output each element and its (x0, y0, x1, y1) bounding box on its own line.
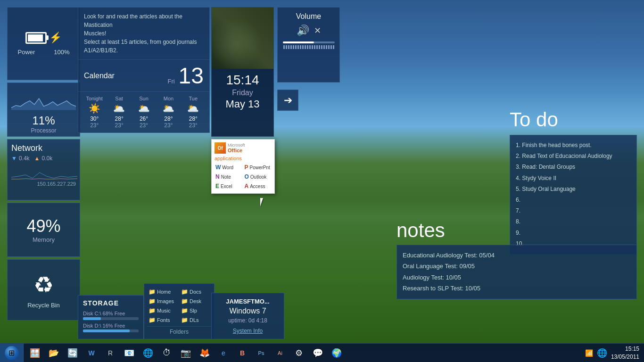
folder-fonts-icon: 📁 (149, 317, 156, 323)
taskbar-icon-refresh[interactable]: 🔄 (64, 344, 82, 362)
word-label: Word (222, 165, 233, 170)
taskbar-icon-chat[interactable]: 💬 (309, 344, 327, 362)
disk-c-fill (83, 317, 101, 320)
taskbar-icon-r[interactable]: R (101, 344, 119, 362)
storage-disk-c: Disk C:\ 68% Free (83, 311, 139, 320)
notes-item-3: Audiology Test: 10/05 (403, 272, 631, 283)
weather-sun: Sun 🌥️ 26°23° (133, 96, 154, 129)
access-icon: A (245, 183, 249, 189)
sysinfo-uptime: uptime: 0d 4:18 (216, 317, 279, 324)
access-label: Access (250, 184, 265, 189)
weather-tonight: Tonight ☀️ 30°23° (84, 96, 105, 129)
processor-graph-svg (11, 87, 76, 110)
todo-item-1: 1. Finish the head bones post. (516, 140, 631, 151)
disk-c-label: Disk C:\ 68% Free (83, 311, 139, 316)
folder-images[interactable]: 📁 Images (147, 297, 179, 305)
folder-desk[interactable]: 📁 Desk (180, 297, 211, 305)
volume-bar-fill (283, 41, 314, 43)
battery-fill (28, 34, 43, 41)
volume-bar (283, 41, 335, 43)
network-tray-icon[interactable]: 📶 (585, 349, 593, 357)
volume-ticks (283, 45, 334, 49)
calendar-month: Calendar (84, 72, 115, 80)
taskbar-icon-photoshop[interactable]: Ps (252, 344, 270, 362)
clock-photo (212, 8, 273, 69)
notes-item-2: Oral Language Test: 09/05 (403, 261, 631, 272)
folders-grid: 📁 Home 📁 Docs 📁 Images 📁 Desk 📁 Music 📁 … (147, 288, 211, 324)
taskbar-date: 13/05/2011 (611, 353, 639, 361)
disk-d-fill (83, 329, 130, 332)
taskbar-icon-illustrator[interactable]: Ai (271, 344, 289, 362)
folder-music-label: Music (157, 308, 171, 313)
office-access[interactable]: A Access (244, 182, 272, 190)
office-outlook[interactable]: O Outlook (244, 173, 272, 181)
office-powerpoint[interactable]: P PowerPnt (244, 163, 272, 172)
taskbar-icon-folder[interactable]: 📂 (45, 344, 63, 362)
folder-docs[interactable]: 📁 Docs (180, 288, 211, 296)
arrow-button[interactable]: ➔ (277, 90, 298, 111)
network-stats: ▼ 0.4k ▲ 0.0k (11, 155, 76, 162)
todo-item-3: 3. Read: Dental Groups (516, 162, 631, 173)
todo-item-5: 5. Study Oral Language (516, 184, 631, 195)
taskbar-icon-explorer[interactable]: 🪟 (26, 344, 44, 362)
todo-item-7: 7. (516, 206, 631, 216)
folder-desk-icon: 📁 (181, 298, 188, 304)
folder-home-icon: 📁 (149, 288, 156, 295)
excel-label: Excel (221, 184, 232, 189)
svg-marker-0 (11, 99, 76, 110)
start-button[interactable]: ⊞ (0, 344, 24, 362)
recycle-bin-widget[interactable]: ♻ Recycle Bin (7, 259, 80, 321)
folders-label: Folders (147, 326, 211, 335)
sysinfo-os: Windows 7 (216, 307, 279, 315)
calendar-widget: Look for and read the articles about the… (78, 7, 210, 133)
taskbar-icon-mail[interactable]: 📧 (120, 344, 138, 362)
notes-title: notes (396, 219, 637, 242)
folder-docs-label: Docs (190, 289, 201, 295)
taskbar-icon-clock[interactable]: ⏱ (158, 344, 176, 362)
taskbar-icon-globe1[interactable]: 🌐 (139, 344, 157, 362)
storage-title: STORAGE (83, 299, 139, 307)
processor-graph (11, 87, 76, 112)
office-note[interactable]: N Note (215, 173, 243, 181)
outlook-icon: O (245, 173, 249, 180)
todo-title: To do (510, 108, 637, 131)
disk-d-label: Disk D:\ 16% Free (83, 323, 139, 329)
system-info-button[interactable]: System Info (216, 328, 279, 334)
taskbar-icon-globe2[interactable]: 🌍 (328, 344, 346, 362)
folder-music[interactable]: 📁 Music (147, 306, 179, 315)
arrow-up-icon: ▲ (34, 155, 40, 162)
office-title: Office (228, 148, 245, 153)
taskbar-icon-firefox[interactable]: 🦊 (196, 344, 214, 362)
calendar-note: Look for and read the articles about the… (78, 8, 209, 60)
processor-label: Processor (11, 127, 76, 134)
folder-fonts[interactable]: 📁 Fonts (147, 316, 179, 324)
office-word[interactable]: W Word (215, 163, 243, 172)
office-excel[interactable]: E Excel (215, 182, 243, 190)
folder-slp-icon: 📁 (181, 307, 188, 314)
taskbar-icon-word[interactable]: W (83, 344, 100, 362)
folder-dls[interactable]: 📁 DLs (180, 316, 211, 324)
weather-sat: Sat 🌥️ 28°23° (108, 96, 129, 129)
folder-fonts-label: Fonts (157, 317, 170, 323)
office-popup: Of Microsoft Office applications W Word … (211, 139, 275, 194)
powerpoint-icon: P (245, 164, 248, 171)
speaker-icon: 🔊 (297, 25, 309, 37)
folder-home[interactable]: 📁 Home (147, 288, 179, 296)
notes-item-1: Educational Audiology Test: 05/04 (403, 250, 631, 261)
start-orb: ⊞ (5, 346, 19, 360)
arrow-down-icon: ▼ (11, 155, 17, 162)
todo-item-4: 4. Stydy Voice II (516, 173, 631, 184)
recycle-icon: ♻ (33, 272, 54, 298)
taskbar-icon-ie[interactable]: e (215, 344, 232, 362)
taskbar-globe-icon[interactable]: 🌐 (597, 348, 607, 358)
calendar-day-name: Fri (167, 78, 174, 85)
processor-widget: 11% Processor (7, 82, 80, 137)
office-apps-grid: W Word P PowerPnt N Note O Outlook E Exc… (215, 163, 272, 190)
folder-slp[interactable]: 📁 Slp (180, 306, 211, 315)
taskbar-icon-settings[interactable]: ⚙ (290, 344, 308, 362)
recycle-label: Recycle Bin (27, 302, 60, 309)
folder-dls-label: DLs (190, 317, 199, 323)
taskbar-icon-camera[interactable]: 📷 (177, 344, 195, 362)
taskbar-icon-brave[interactable]: B (233, 344, 251, 362)
taskbar-clock: 15:15 13/05/2011 (611, 345, 639, 361)
